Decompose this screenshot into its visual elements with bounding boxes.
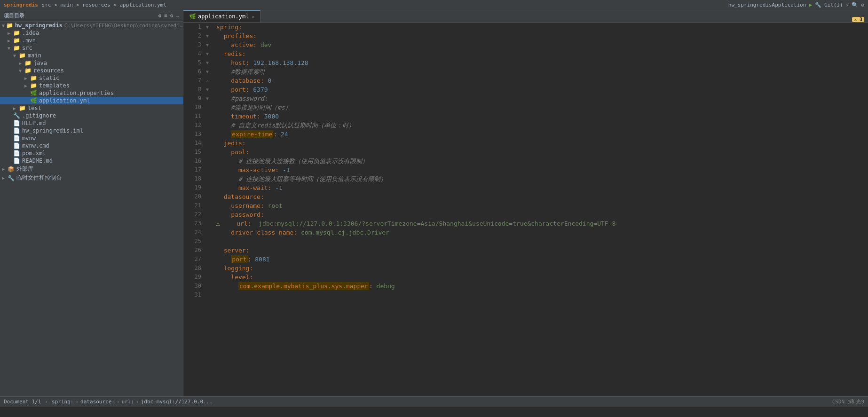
resources-folder-icon: 📁 xyxy=(24,67,32,74)
code-line-15: pool: xyxy=(216,148,864,157)
code-line-27: port: 8081 xyxy=(216,255,864,264)
src-folder-icon: 📁 xyxy=(13,45,20,51)
pomxml-icon: 📄 xyxy=(13,150,20,157)
code-line-9: #password: xyxy=(216,94,864,103)
top-bar-right: hw_springredisApplication ▶ 🔧 Git(J) ⚡ 🔍… xyxy=(728,2,864,8)
top-bar-left: springredis src > main > resources > app… xyxy=(4,2,166,8)
code-line-20: datasource: xyxy=(216,192,864,201)
resources-label: resources xyxy=(33,67,64,74)
readme-label: README.md xyxy=(22,157,53,164)
sidebar-item-gitignore[interactable]: ▶ 🔧 .gitignore xyxy=(0,112,183,119)
sidebar-item-mvn[interactable]: ▶ 📁 .mvn xyxy=(0,37,183,44)
external-arrow: ▶ xyxy=(2,166,8,172)
static-label: static xyxy=(39,75,59,81)
java-arrow: ▶ xyxy=(19,61,24,66)
sidebar-item-scratch[interactable]: ▶ 🔧 临时文件和控制台 xyxy=(0,173,183,182)
mvnwcmd-label: mvnw.cmd xyxy=(22,142,49,149)
sidebar-item-readme[interactable]: ▶ 📄 README.md xyxy=(0,157,183,165)
sidebar-list-icon[interactable]: ≡ xyxy=(164,13,167,19)
breadcrumb-datasource: datasource: xyxy=(80,399,115,405)
sidebar-item-app-yml[interactable]: ▶ 🌿 application.yml xyxy=(0,97,183,104)
code-content[interactable]: spring: profiles: active: dev redis: hos xyxy=(213,23,868,396)
code-line-26: server: xyxy=(216,246,864,255)
code-line-8: port: 6379 xyxy=(216,85,864,94)
sidebar-collapse-icon[interactable]: — xyxy=(176,13,179,19)
sidebar-gear-icon[interactable]: ⚙ xyxy=(170,13,174,19)
build-button[interactable]: 🔧 xyxy=(815,2,821,8)
mvnw-label: mvnw xyxy=(22,135,36,142)
breadcrumb: spring: › datasource: › url: › jdbc:mysq… xyxy=(52,399,213,405)
sidebar-header: 项目目录 ⚙ ≡ ⚙ — xyxy=(0,10,183,22)
run-button[interactable]: ▶ xyxy=(809,2,812,8)
sidebar-item-app-properties[interactable]: ▶ 🌿 application.properties xyxy=(0,89,183,97)
idea-arrow: ▶ xyxy=(8,31,13,36)
mvn-arrow: ▶ xyxy=(8,38,13,43)
pomxml-label: pom.xml xyxy=(22,150,46,157)
helpmd-icon: 📄 xyxy=(13,120,20,126)
templates-folder-icon: 📁 xyxy=(30,82,37,89)
root-folder-icon: 📁 xyxy=(6,22,13,29)
code-line-14: jedis: xyxy=(216,139,864,148)
sidebar-item-pomxml[interactable]: ▶ 📄 pom.xml xyxy=(0,149,183,157)
code-editor[interactable]: 1 2 3 4 5 6 7 8 9 10 11 12 13 14 15 16 1… xyxy=(183,23,868,396)
app-yml-label: application.yml xyxy=(39,97,90,104)
status-bar: Document 1/1 › spring: › datasource: › u… xyxy=(0,396,868,407)
sidebar-item-static[interactable]: ▶ 📁 static xyxy=(0,74,183,82)
code-line-18: # 连接池最大阻塞等待时间（使用负值表示没有限制） xyxy=(216,174,864,183)
code-line-29: level: xyxy=(216,273,864,282)
gitignore-icon: 🔧 xyxy=(13,112,20,119)
sidebar-item-test[interactable]: ▶ 📁 test xyxy=(0,104,183,112)
status-left: Document 1/1 › spring: › datasource: › u… xyxy=(4,399,213,405)
code-line-23: ⚠ url: jdbc:mysql://127.0.0.1:3306/?serv… xyxy=(216,219,864,228)
brand-name: springredis xyxy=(4,2,38,8)
sidebar-item-hw-iml[interactable]: ▶ 📄 hw_springredis.iml xyxy=(0,127,183,134)
code-line-4: redis: xyxy=(216,49,864,58)
sidebar-item-idea[interactable]: ▶ 📁 .idea xyxy=(0,29,183,37)
gitignore-label: .gitignore xyxy=(22,112,56,119)
sidebar-item-mvnwcmd[interactable]: ▶ 📄 mvnw.cmd xyxy=(0,142,183,149)
sidebar-item-main[interactable]: ▼ 📁 main xyxy=(0,52,183,59)
hw-iml-icon: 📄 xyxy=(13,127,20,134)
java-label: java xyxy=(33,60,47,66)
settings-icon[interactable]: ⚙ xyxy=(861,2,864,8)
run-config[interactable]: hw_springredisApplication xyxy=(728,2,806,8)
sidebar-item-templates[interactable]: ▶ 📁 templates xyxy=(0,82,183,89)
scratch-icon: 🔧 xyxy=(8,175,15,181)
main-label: main xyxy=(28,52,41,59)
test-folder-icon: 📁 xyxy=(19,105,26,111)
sidebar-title: 项目目录 xyxy=(4,12,24,19)
code-line-2: profiles: xyxy=(216,31,864,40)
tab-close-button[interactable]: ✕ xyxy=(252,14,254,19)
sidebar-item-resources[interactable]: ▼ 📁 resources xyxy=(0,67,183,74)
sidebar-item-root[interactable]: ▼ 📁 hw_springredis C:\Users\YIFENG\Deskt… xyxy=(0,22,183,29)
code-line-19: max-wait: -1 xyxy=(216,183,864,192)
breadcrumb-separator: › xyxy=(45,399,48,405)
sidebar-item-external[interactable]: ▶ 📦 外部库 xyxy=(0,165,183,173)
code-line-31 xyxy=(216,291,864,299)
status-right: CSDN @和光9 xyxy=(832,398,864,405)
lightning-button[interactable]: ⚡ xyxy=(846,2,849,8)
code-line-25 xyxy=(216,237,864,246)
tabs-bar: 🌿 application.yml ✕ ⚠ 3 xyxy=(183,10,868,23)
code-line-24: driver-class-name: com.mysql.cj.jdbc.Dri… xyxy=(216,228,864,237)
sidebar-item-src[interactable]: ▼ 📁 src xyxy=(0,44,183,52)
scratch-arrow: ▶ xyxy=(2,175,8,181)
code-line-30: com.example.mybatis_plus.sys.mapper: deb… xyxy=(216,282,864,291)
sidebar-settings-icon[interactable]: ⚙ xyxy=(158,13,162,19)
fold-gutter: ▼ ▼ ▼ ▼ ▼ ▼ xyxy=(205,23,213,396)
main-arrow: ▼ xyxy=(13,53,19,58)
src-label: src xyxy=(22,45,32,51)
top-bar-path: src > main > resources > application.yml xyxy=(42,2,166,8)
code-line-12: # 自定义redis默认认过期时间（单位：时） xyxy=(216,121,864,130)
tab-app-yml[interactable]: 🌿 application.yml ✕ xyxy=(183,10,260,22)
git-button[interactable]: Git(J) xyxy=(824,2,843,8)
sidebar-item-mvnw[interactable]: ▶ 📄 mvnw xyxy=(0,134,183,142)
breadcrumb-arrow-2: › xyxy=(117,399,120,405)
top-bar: springredis src > main > resources > app… xyxy=(0,0,868,10)
app-properties-icon: 🌿 xyxy=(30,90,37,96)
sidebar-item-java[interactable]: ▶ 📁 java xyxy=(0,59,183,67)
code-line-13: expire-time: 24 xyxy=(216,130,864,139)
search-icon[interactable]: 🔍 xyxy=(852,2,858,8)
sidebar-item-helpmd[interactable]: ▶ 📄 HELP.md xyxy=(0,119,183,127)
mvnw-icon: 📄 xyxy=(13,135,20,142)
